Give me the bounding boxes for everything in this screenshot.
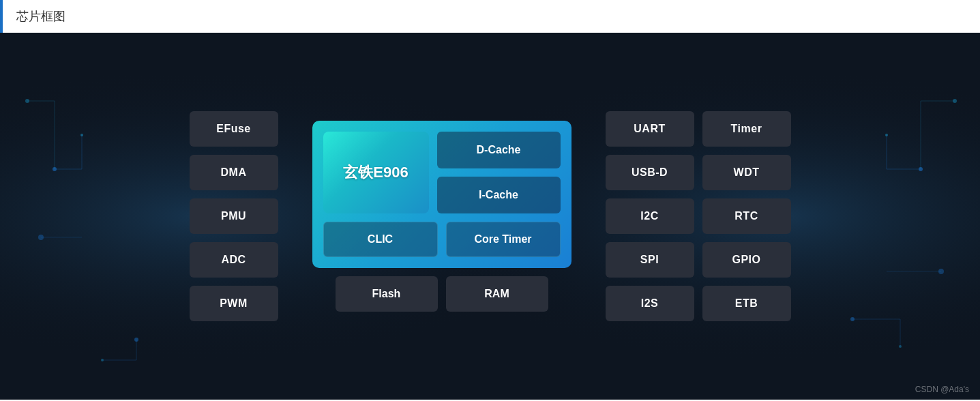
- block-efuse: EFuse: [190, 111, 278, 147]
- block-spi: SPI: [606, 242, 694, 278]
- right-row-1: USB-D WDT: [606, 155, 791, 190]
- right-row-3: SPI GPIO: [606, 242, 791, 278]
- clic-block: CLIC: [323, 222, 438, 257]
- block-usbd: USB-D: [606, 155, 694, 190]
- block-pwm: PWM: [190, 286, 278, 321]
- i-cache-block: I-Cache: [437, 177, 561, 213]
- diagram-inner: EFuse DMA PMU ADC PWM 玄铁E906: [0, 33, 980, 400]
- block-i2c: I2C: [606, 198, 694, 234]
- block-adc: ADC: [190, 242, 278, 278]
- watermark: CSDN @Ada's: [915, 385, 969, 394]
- right-row-4: I2S ETB: [606, 286, 791, 321]
- cache-col: D-Cache I-Cache: [437, 132, 561, 213]
- block-rtc: RTC: [702, 198, 791, 234]
- center-bottom: CLIC Core Timer: [323, 222, 561, 257]
- cpu-block: 玄铁E906: [323, 132, 429, 213]
- block-etb: ETB: [702, 286, 791, 321]
- core-timer-block: Core Timer: [446, 222, 561, 257]
- block-ram: RAM: [446, 276, 548, 312]
- center-top: 玄铁E906 D-Cache I-Cache: [323, 132, 561, 213]
- right-row-0: UART Timer: [606, 111, 791, 147]
- right-column: UART Timer USB-D WDT I2C RTC: [606, 111, 791, 321]
- left-column: EFuse DMA PMU ADC PWM: [190, 111, 278, 321]
- center-column: 玄铁E906 D-Cache I-Cache CLIC: [312, 121, 571, 312]
- block-timer: Timer: [702, 111, 791, 147]
- block-gpio: GPIO: [702, 242, 791, 278]
- block-flash: Flash: [336, 276, 438, 312]
- diagram-container: EFuse DMA PMU ADC PWM 玄铁E906: [0, 33, 980, 400]
- block-dma: DMA: [190, 155, 278, 190]
- center-container: 玄铁E906 D-Cache I-Cache CLIC: [312, 121, 571, 268]
- bottom-row: Flash RAM: [336, 276, 548, 312]
- block-i2s: I2S: [606, 286, 694, 321]
- page-title: 芯片框图: [16, 8, 65, 25]
- right-row-2: I2C RTC: [606, 198, 791, 234]
- block-uart: UART: [606, 111, 694, 147]
- page-header: 芯片框图: [0, 0, 980, 33]
- block-wdt: WDT: [702, 155, 791, 190]
- block-pmu: PMU: [190, 198, 278, 234]
- d-cache-block: D-Cache: [437, 132, 561, 168]
